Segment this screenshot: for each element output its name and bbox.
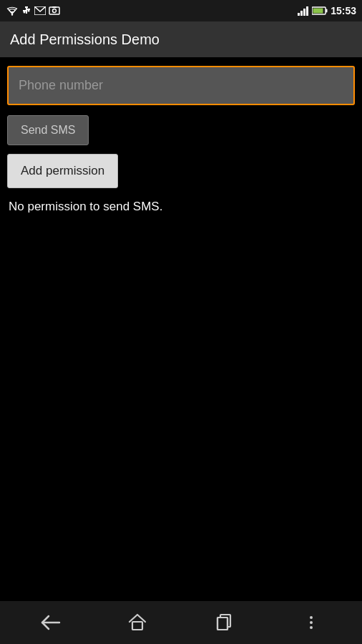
svg-rect-21 — [217, 618, 228, 630]
svg-rect-12 — [300, 11, 303, 16]
dots-menu-icon — [310, 616, 313, 629]
app-title: Add Permissions Demo — [10, 31, 160, 48]
svg-rect-2 — [26, 8, 27, 14]
status-bar-left — [6, 5, 60, 16]
svg-rect-10 — [52, 6, 57, 8]
home-icon — [128, 613, 147, 632]
svg-rect-16 — [313, 9, 323, 14]
signal-icon — [298, 6, 309, 16]
menu-button[interactable] — [293, 608, 329, 637]
svg-rect-8 — [49, 7, 59, 14]
wifi-icon — [6, 6, 19, 16]
recents-button[interactable] — [207, 608, 243, 637]
dot-2 — [310, 621, 313, 624]
dot-3 — [310, 626, 313, 629]
svg-rect-1 — [25, 6, 28, 8]
svg-point-9 — [53, 9, 57, 13]
screenshot-icon — [49, 6, 60, 16]
add-permission-button[interactable]: Add permission — [7, 154, 118, 188]
status-time: 15:53 — [331, 5, 356, 16]
svg-rect-14 — [306, 6, 308, 16]
phone-number-input[interactable] — [7, 66, 355, 105]
svg-point-0 — [11, 14, 13, 15]
status-bar: 15:53 — [0, 0, 362, 21]
svg-rect-13 — [303, 9, 305, 16]
svg-rect-19 — [132, 622, 142, 630]
svg-rect-11 — [298, 13, 300, 16]
title-bar: Add Permissions Demo — [0, 21, 362, 57]
send-sms-button[interactable]: Send SMS — [7, 115, 89, 145]
svg-rect-17 — [326, 9, 328, 13]
bottom-nav — [0, 601, 362, 644]
permission-status-text: No permission to send SMS. — [7, 197, 164, 216]
main-content: Send SMS Add permission No permission to… — [0, 57, 362, 223]
status-bar-right: 15:53 — [298, 5, 356, 16]
battery-icon — [312, 6, 328, 15]
svg-point-6 — [28, 10, 30, 12]
svg-point-5 — [24, 11, 26, 14]
back-button[interactable] — [33, 608, 69, 637]
back-icon — [40, 615, 62, 630]
usb-icon — [21, 5, 31, 16]
dot-1 — [310, 616, 313, 619]
email-icon — [34, 6, 46, 15]
recents-icon — [215, 613, 234, 632]
home-button[interactable] — [119, 608, 155, 637]
